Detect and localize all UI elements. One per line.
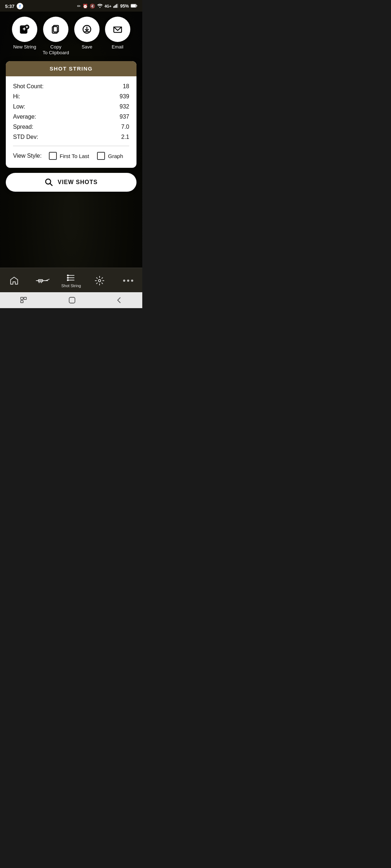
list-icon	[66, 273, 76, 282]
home-icon	[9, 276, 19, 285]
svg-rect-35	[21, 297, 23, 299]
svg-line-22	[50, 184, 52, 186]
svg-rect-36	[24, 297, 26, 299]
svg-point-32	[67, 277, 68, 278]
stat-row-spread: Spread: 7.0	[13, 122, 129, 132]
battery-icon	[131, 4, 137, 9]
svg-rect-4	[117, 4, 118, 8]
view-shots-button[interactable]: VIEW SHOTS	[6, 173, 136, 192]
view-style-label: View Style:	[13, 153, 42, 159]
view-style-row: View Style: First To Last Graph	[13, 150, 129, 162]
search-icon	[45, 178, 53, 187]
view-shots-label: VIEW SHOTS	[58, 179, 97, 186]
email-button[interactable]: Email	[105, 17, 130, 50]
svg-rect-6	[131, 4, 136, 7]
pencil-icon: ✏	[77, 4, 81, 9]
battery-text: 95%	[120, 4, 129, 9]
new-string-label: New String	[13, 44, 36, 50]
save-label: Save	[81, 44, 92, 50]
svg-rect-3	[116, 4, 117, 8]
email-label: Email	[112, 44, 123, 50]
svg-rect-37	[21, 301, 23, 303]
stat-row-low: Low: 932	[13, 102, 129, 112]
lte-icon: 4G+	[105, 4, 112, 8]
facebook-icon: f	[17, 3, 23, 9]
nav-settings[interactable]	[85, 276, 114, 285]
new-string-button[interactable]: New String	[12, 17, 37, 50]
stat-row-hi: Hi: 939	[13, 92, 129, 102]
divider	[13, 146, 129, 146]
svg-rect-1	[114, 5, 115, 8]
nav-back-button[interactable]	[116, 297, 122, 304]
nav-rifle[interactable]	[29, 276, 57, 285]
mute-icon: 🔇	[90, 4, 95, 9]
nav-shot-string-label: Shot String	[61, 284, 81, 288]
signal-icon	[113, 4, 118, 9]
bottom-navigation: Shot String	[0, 268, 142, 292]
nav-home-button[interactable]	[68, 297, 76, 304]
rifle-icon	[35, 276, 50, 285]
svg-rect-38	[69, 297, 75, 303]
copy-clipboard-label: CopyTo Clipboard	[43, 44, 69, 55]
first-to-last-label: First To Last	[60, 153, 89, 159]
nav-home[interactable]	[0, 276, 29, 285]
graph-label: Graph	[108, 153, 123, 159]
more-dots-icon	[123, 280, 133, 282]
action-buttons-row: New String CopyTo Clipboard Save	[6, 17, 136, 55]
alarm-icon: ⏰	[83, 4, 88, 9]
graph-checkbox[interactable]	[97, 152, 105, 160]
svg-rect-7	[136, 5, 137, 7]
status-bar: 5:37 f ✏ ⏰ 🔇 4G+ 95%	[0, 0, 142, 12]
card-header-text: SHOT STRING	[50, 65, 93, 72]
svg-point-31	[67, 275, 68, 276]
first-to-last-checkbox[interactable]	[49, 152, 57, 160]
shot-string-card: SHOT STRING Shot Count: 18 Hi: 939 Low: …	[6, 61, 136, 168]
svg-point-33	[67, 280, 68, 281]
wifi-icon	[97, 4, 103, 9]
settings-icon	[95, 276, 104, 285]
svg-rect-0	[113, 6, 114, 8]
nav-more[interactable]	[114, 280, 142, 282]
card-body: Shot Count: 18 Hi: 939 Low: 932 Average:…	[6, 76, 136, 168]
stat-row-average: Average: 937	[13, 112, 129, 122]
nav-recent-button[interactable]	[20, 297, 28, 303]
card-header: SHOT STRING	[6, 61, 136, 76]
svg-rect-2	[115, 5, 116, 8]
system-nav-bar	[0, 292, 142, 308]
first-to-last-option[interactable]: First To Last	[49, 152, 89, 160]
stat-row-shot-count: Shot Count: 18	[13, 81, 129, 92]
save-button[interactable]: Save	[74, 17, 100, 50]
stat-row-std-dev: STD Dev: 2.1	[13, 132, 129, 142]
nav-shot-string[interactable]: Shot String	[57, 273, 85, 288]
copy-clipboard-button[interactable]: CopyTo Clipboard	[43, 17, 69, 55]
status-time: 5:37	[5, 4, 14, 9]
status-icons: ✏ ⏰ 🔇 4G+ 95%	[77, 4, 137, 9]
graph-option[interactable]: Graph	[97, 152, 123, 160]
svg-point-34	[98, 279, 101, 282]
